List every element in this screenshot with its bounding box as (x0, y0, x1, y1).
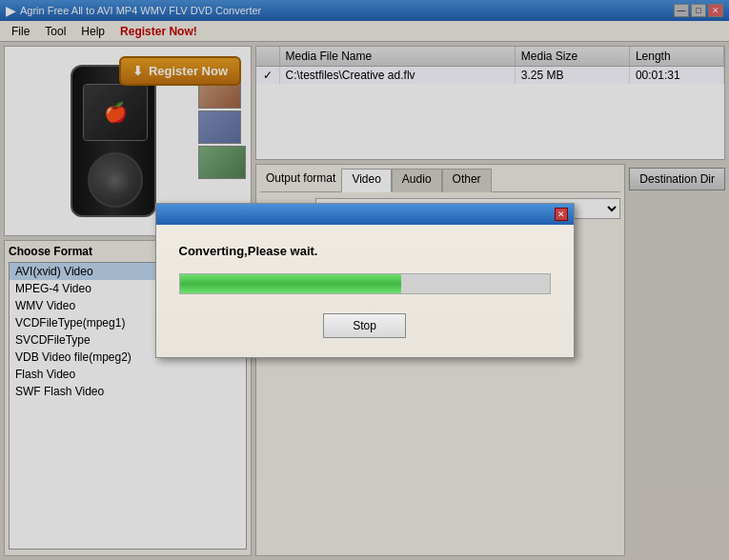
modal-titlebar: ✕ (156, 204, 574, 225)
modal-close-button[interactable]: ✕ (555, 208, 568, 221)
modal-overlay: ✕ Converting,Please wait. Stop (0, 0, 729, 560)
converting-modal: ✕ Converting,Please wait. Stop (155, 203, 575, 358)
modal-buttons: Stop (179, 313, 551, 338)
stop-button[interactable]: Stop (323, 313, 406, 338)
converting-text: Converting,Please wait. (179, 244, 551, 258)
progress-bar-fill (180, 274, 402, 293)
modal-body: Converting,Please wait. Stop (156, 225, 574, 357)
progress-bar-container (179, 273, 551, 294)
